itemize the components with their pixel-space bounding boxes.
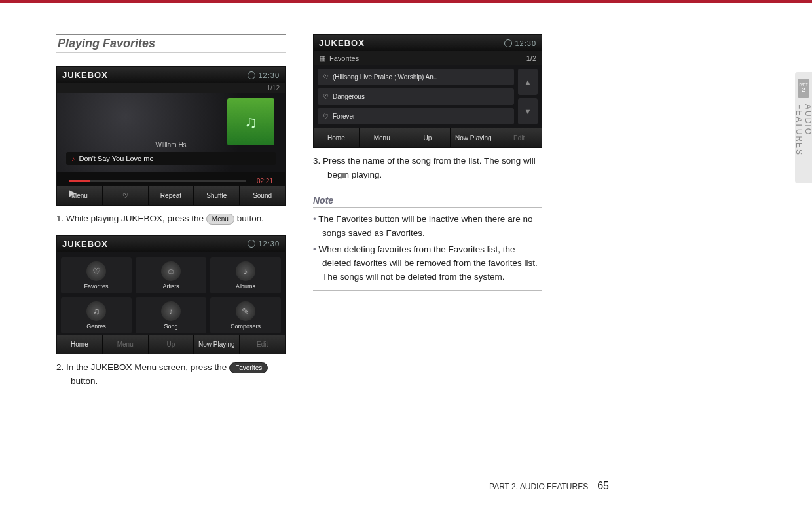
bottombar-menu[interactable]: Menu (103, 335, 149, 354)
grid-genres[interactable]: ♫Genres (61, 297, 132, 333)
grid-song[interactable]: ♪Song (136, 297, 206, 333)
screenshot-favorites-list: JUKEBOX 12:30 ▦ Favorites 1/2 ♡(Hillsong… (313, 34, 542, 148)
person-icon: ☺ (161, 261, 181, 281)
ss-title: JUKEBOX (62, 239, 108, 249)
grid-artists[interactable]: ☺Artists (136, 257, 206, 293)
artist-label: William Hs (155, 141, 186, 149)
track-title: Don't Say You Love me (79, 155, 154, 162)
scroll-up-button[interactable]: ▲ (518, 69, 538, 95)
ss-body: ♫ William Hs ♪ Don't Say You Love me (57, 93, 285, 172)
top-accent-bar (0, 0, 812, 3)
bottom-bar: Menu ♡ Repeat Shuffle Sound (57, 186, 285, 205)
list-item[interactable]: ♡(Hillsong Live Praise ; Worship) An.. (318, 69, 514, 85)
bottombar-menu[interactable]: Menu (57, 186, 103, 205)
step-2: 2. In the JUKEBOX Menu screen, press the… (56, 361, 286, 398)
screenshot-menu: JUKEBOX 12:30 ♡Favorites ☺Artists ♪Album… (56, 235, 286, 354)
note-icon: ♪ (236, 261, 255, 281)
grid-composers[interactable]: ✎Composers (210, 297, 281, 333)
ss-clock: 12:30 (504, 39, 536, 47)
ss-header: JUKEBOX 12:30 (57, 67, 285, 83)
inline-favorites-button: Favorites (229, 362, 268, 373)
progress-bar[interactable] (69, 180, 246, 182)
step-2-text-b: button. (71, 376, 98, 386)
grid-label: Favorites (84, 283, 108, 290)
left-column: Playing Favorites JUKEBOX 12:30 1/12 ♫ W… (56, 34, 286, 398)
play-icon[interactable]: ▶ (69, 187, 76, 198)
inline-menu-button: Menu (206, 214, 234, 225)
scroll-arrows: ▲ ▼ (518, 69, 538, 124)
heart-icon: ♡ (323, 113, 329, 120)
side-tab-label: AUDIO FEATURES (794, 104, 812, 183)
list-item[interactable]: ♡Forever (318, 108, 514, 124)
bottombar-home[interactable]: Home (57, 335, 103, 354)
step-2-text-a: 2. In the JUKEBOX Menu screen, press the (56, 362, 229, 372)
bottombar-nowplaying[interactable]: Now Playing (451, 128, 496, 147)
heart-icon: ♡ (86, 261, 106, 281)
part-badge: PART 2 (798, 79, 809, 98)
album-art: ♫ (227, 98, 274, 145)
menu-grid: ♡Favorites ☺Artists ♪Albums ♫Genres ♪Son… (57, 252, 285, 335)
step-3: 3. Press the name of the song from the l… (313, 155, 542, 191)
note-item: The Favorites button will be inactive wh… (313, 213, 542, 240)
bottombar-menu[interactable]: Menu (360, 128, 405, 147)
step-1-text-a: 1. While playing JUKEBOX, press the (56, 214, 206, 223)
composer-icon: ✎ (236, 301, 255, 321)
footer-label: PART 2. AUDIO FEATURES (489, 482, 588, 491)
breadcrumb: ▦ Favorites 1/2 (314, 51, 542, 65)
page-content: Playing Favorites JUKEBOX 12:30 1/12 ♫ W… (56, 34, 609, 398)
right-column: JUKEBOX 12:30 ▦ Favorites 1/2 ♡(Hillsong… (313, 34, 542, 398)
bottom-bar: Home Menu Up Now Playing Edit (57, 335, 285, 354)
ss-page-index: 1/12 (57, 83, 285, 93)
grid-label: Song (164, 323, 177, 330)
folder-icon: ▦ (319, 54, 325, 62)
music-note-icon: ♪ (71, 155, 75, 162)
page-footer: PART 2. AUDIO FEATURES 65 (489, 480, 609, 492)
bottombar-edit[interactable]: Edit (496, 128, 542, 147)
screenshot-nowplaying: JUKEBOX 12:30 1/12 ♫ William Hs ♪ Don't … (56, 66, 286, 206)
grid-label: Composers (231, 323, 261, 330)
step-1-text-b: button. (234, 214, 264, 223)
section-side-tab: PART 2 AUDIO FEATURES (795, 72, 812, 183)
favorites-list: ♡(Hillsong Live Praise ; Worship) An.. ♡… (314, 65, 542, 128)
duration-label: 02:21 (257, 178, 273, 185)
heart-icon: ♡ (323, 73, 329, 81)
grid-albums[interactable]: ♪Albums (210, 257, 281, 293)
list-item-label: Dangerous (333, 93, 365, 100)
ss-header: JUKEBOX 12:30 (314, 35, 542, 51)
guitar-icon: ♫ (86, 301, 106, 321)
ss-title: JUKEBOX (62, 70, 108, 80)
track-title-row: ♪ Don't Say You Love me (66, 152, 276, 165)
ss-header: JUKEBOX 12:30 (57, 236, 285, 252)
list-item-label: Forever (333, 113, 355, 120)
note-heading: Note (313, 195, 542, 208)
bottombar-repeat[interactable]: Repeat (149, 186, 194, 205)
bottombar-shuffle[interactable]: Shuffle (194, 186, 240, 205)
grid-label: Albums (236, 283, 255, 290)
bottom-bar: Home Menu Up Now Playing Edit (314, 128, 542, 147)
scroll-down-button[interactable]: ▼ (518, 98, 538, 124)
note-item: When deleting favorites from the Favorit… (313, 243, 542, 284)
grid-label: Genres (86, 323, 106, 330)
list-item[interactable]: ♡Dangerous (318, 88, 514, 105)
song-icon: ♪ (161, 301, 181, 321)
list-item-label: (Hillsong Live Praise ; Worship) An.. (333, 73, 437, 81)
breadcrumb-label: Favorites (329, 54, 359, 62)
grid-favorites[interactable]: ♡Favorites (61, 257, 132, 293)
heart-icon: ♡ (323, 93, 329, 100)
ss-clock: 12:30 (248, 71, 280, 79)
bottombar-up[interactable]: Up (405, 128, 451, 147)
page-number: 65 (597, 480, 609, 492)
bottombar-sound[interactable]: Sound (240, 186, 285, 205)
page-index: 1/2 (526, 54, 536, 62)
grid-label: Artists (162, 283, 179, 290)
step-1: 1. While playing JUKEBOX, press the Menu… (56, 212, 286, 235)
bottombar-up[interactable]: Up (149, 335, 194, 354)
bottombar-home[interactable]: Home (314, 128, 360, 147)
ss-title: JUKEBOX (319, 38, 365, 48)
bottombar-edit[interactable]: Edit (240, 335, 285, 354)
bottombar-favorite-icon[interactable]: ♡ (103, 186, 149, 205)
section-title: Playing Favorites (56, 34, 286, 53)
part-number: 2 (802, 86, 805, 93)
ss-clock: 12:30 (248, 240, 280, 248)
bottombar-nowplaying[interactable]: Now Playing (194, 335, 240, 354)
